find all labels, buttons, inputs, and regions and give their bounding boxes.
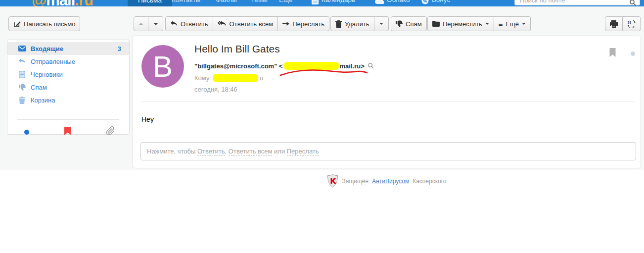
bookmark-icon[interactable] — [609, 48, 616, 59]
delete-group: Удалить — [330, 16, 389, 31]
mail-search-box — [514, 0, 640, 5]
email-view-card: B Hello Im Bill Gates "billgates@microso… — [133, 36, 641, 168]
flag-filter-icon[interactable] — [64, 127, 71, 137]
tab-more[interactable]: Ещё — [279, 0, 293, 3]
sender-line: "billgates@microsoft.com" <mail.ru> — [194, 62, 374, 70]
quick-reply-bar[interactable]: Нажмите, чтобы Ответить, Ответить всем и… — [140, 142, 636, 160]
trash-icon — [18, 97, 26, 104]
utility-group: Яz — [605, 16, 641, 31]
print-button[interactable] — [605, 16, 623, 31]
sidebar-item-sent[interactable]: Отправленные — [7, 55, 129, 68]
reply-button[interactable]: Ответить — [165, 16, 213, 31]
bonus-icon: % — [421, 0, 429, 4]
sidebar-item-trash[interactable]: Корзина — [7, 94, 129, 106]
folder-icon — [432, 21, 440, 27]
cloud-icon — [375, 0, 384, 4]
search-icon[interactable] — [630, 0, 636, 6]
quick-reply-link[interactable]: Ответить — [197, 148, 225, 155]
logo-at-sign: @ — [32, 0, 46, 6]
reply-group: Ответить Ответить всем Переслать — [165, 16, 329, 31]
forward-button[interactable]: Переслать — [278, 16, 329, 31]
down-arrow-icon — [153, 23, 158, 28]
antivirus-footer: Защищён АнтиВирусом Касперского — [133, 174, 641, 188]
folder-sidebar: Входящие 3 Отправленные Черновики Спам К… — [7, 40, 130, 135]
chevron-down-icon — [522, 23, 526, 27]
sidebar-item-spam[interactable]: Спам — [7, 81, 129, 94]
move-button[interactable]: Переместить — [427, 16, 494, 31]
svg-text:Я: Я — [628, 20, 631, 25]
compose-group: Написать письмо — [8, 16, 80, 31]
thumbs-down-icon — [396, 20, 403, 27]
translate-icon: Яz — [628, 20, 636, 28]
reply-icon — [170, 21, 178, 27]
recipient-line: Кому:u — [194, 74, 263, 82]
print-icon — [610, 20, 618, 28]
calendar-icon — [312, 0, 319, 4]
delete-button[interactable]: Удалить — [330, 16, 374, 31]
sent-icon — [18, 58, 26, 64]
compose-icon — [13, 20, 21, 28]
message-nav-group — [134, 16, 163, 31]
forward-icon — [282, 21, 289, 26]
tab-contacts[interactable]: Контакты — [172, 0, 200, 3]
tab-files[interactable]: Файлы — [216, 0, 237, 3]
kaspersky-shield-icon — [327, 174, 338, 188]
unread-count-badge: 3 — [118, 45, 121, 52]
sidebar-item-inbox[interactable]: Входящие 3 — [7, 42, 129, 55]
quick-forward-link[interactable]: Переслать — [287, 148, 319, 155]
svg-text:z: z — [632, 24, 635, 28]
delete-options-button[interactable] — [374, 16, 389, 31]
email-subject: Hello Im Bill Gates — [194, 43, 280, 55]
logo-ru-text: .ru — [75, 0, 93, 6]
reply-all-button[interactable]: Ответить всем — [213, 16, 278, 31]
chevron-down-icon — [379, 23, 383, 27]
up-arrow-icon — [138, 20, 143, 25]
sender-display-name[interactable]: "billgates@microsoft.com" — [194, 62, 277, 70]
draft-document-icon — [18, 71, 26, 78]
email-body-text: Hey — [141, 115, 154, 123]
mailru-logo[interactable]: @mail.ru — [32, 0, 93, 6]
mailru-webmail-window: @mail.ru Письма Контакты Файлы Темы Ещё … — [0, 0, 644, 253]
paperclip-filter-icon[interactable] — [106, 126, 115, 138]
spam-group: Спам — [391, 16, 427, 31]
quick-reply-all-link[interactable]: Ответить всем — [229, 148, 273, 155]
chevron-down-icon — [485, 23, 489, 27]
top-navigation-bar: @mail.ru Письма Контакты Файлы Темы Ещё … — [0, 0, 644, 6]
thumbs-down-icon — [18, 84, 26, 91]
sidebar-item-drafts[interactable]: Черновики — [7, 68, 129, 81]
translate-button[interactable]: Яz — [623, 16, 641, 31]
redaction-highlight — [213, 74, 258, 82]
tab-letters[interactable]: Письма — [128, 0, 172, 6]
redaction-highlight — [283, 62, 339, 70]
antivirus-link[interactable]: АнтиВирусом — [372, 178, 409, 185]
app-bonus[interactable]: % Бонус — [421, 0, 450, 3]
trash-icon — [335, 20, 342, 28]
spam-button[interactable]: Спам — [391, 16, 427, 31]
tab-themes[interactable]: Темы — [251, 0, 268, 3]
app-cloud[interactable]: Облако — [375, 0, 410, 3]
logo-mail-text: mail — [46, 0, 75, 6]
sidebar-filters — [7, 120, 129, 138]
read-status-dot[interactable] — [631, 51, 635, 56]
envelope-icon — [18, 46, 26, 51]
sender-address-tail[interactable]: mail.ru> — [340, 62, 365, 70]
sender-avatar[interactable]: B — [141, 45, 184, 88]
email-date: сегодня, 18:46 — [194, 86, 237, 93]
compose-button[interactable]: Написать письмо — [8, 16, 80, 31]
more-actions-button[interactable]: ≡ Ещё — [494, 16, 531, 31]
app-calendar[interactable]: Календарь — [312, 0, 355, 3]
next-message-button[interactable] — [148, 16, 163, 31]
header-divider — [141, 101, 635, 102]
svg-text:%: % — [423, 0, 427, 3]
search-sender-icon[interactable] — [368, 63, 374, 69]
footer-text-prefix: Защищён — [342, 178, 368, 185]
move-more-group: Переместить ≡ Ещё — [427, 16, 531, 31]
unread-filter-icon[interactable] — [24, 130, 29, 135]
previous-message-button[interactable] — [134, 16, 148, 31]
search-input[interactable] — [515, 0, 640, 5]
footer-text-suffix: Касперского — [413, 178, 446, 185]
menu-icon: ≡ — [499, 20, 503, 28]
reply-all-icon — [218, 21, 227, 27]
